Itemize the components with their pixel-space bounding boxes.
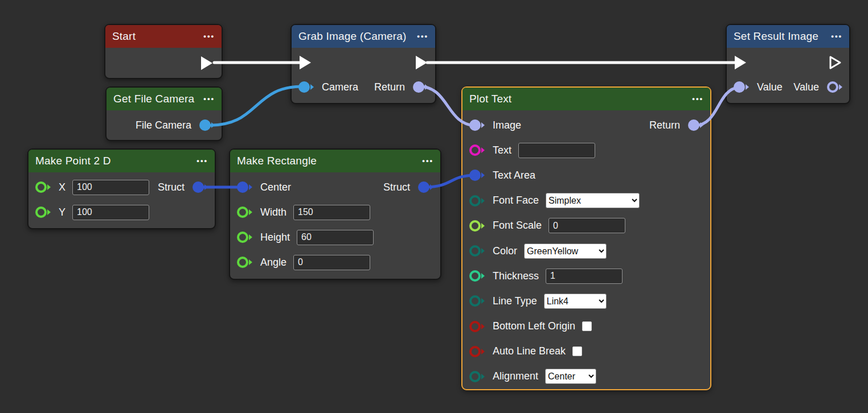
exec-out-port[interactable] <box>200 56 214 71</box>
port-dot <box>35 206 47 218</box>
color-input-port[interactable] <box>469 245 485 257</box>
port-tail <box>249 184 252 190</box>
auto-line-break-input-port[interactable] <box>469 346 485 357</box>
port-dot <box>413 81 424 93</box>
node-make-rectangle[interactable]: Make Rectangle ••• Center Struct <box>229 148 441 280</box>
width-value-field[interactable] <box>293 205 370 220</box>
alignment-select[interactable]: Center <box>545 369 596 384</box>
return-output-label: Return <box>374 81 405 93</box>
image-input-label: Image <box>493 119 521 131</box>
port-dot <box>469 346 481 357</box>
port-tail <box>481 198 485 204</box>
node-menu-icon[interactable]: ••• <box>417 34 428 39</box>
image-input-port[interactable] <box>469 119 485 131</box>
port-dot <box>469 321 481 332</box>
port-dot <box>469 144 481 156</box>
node-start-title: Start <box>112 30 136 43</box>
port-dot <box>298 81 310 93</box>
node-menu-icon[interactable]: ••• <box>692 96 703 102</box>
camera-input-label: Camera <box>322 81 358 93</box>
line-type-select[interactable]: Link4 <box>544 294 607 309</box>
node-set-result-image[interactable]: Set Result Image ••• <box>726 24 850 104</box>
value-input-port[interactable] <box>734 81 749 93</box>
x-value-field[interactable] <box>72 180 149 195</box>
font-face-input-label: Font Face <box>493 195 539 206</box>
exec-filled-icon <box>734 55 747 70</box>
return-output-port[interactable] <box>688 119 703 131</box>
text-area-input-port[interactable] <box>469 170 485 181</box>
bottom-left-origin-label: Bottom Left Origin <box>493 320 575 332</box>
camera-input-port[interactable] <box>298 81 314 93</box>
auto-line-break-checkbox[interactable] <box>572 346 582 356</box>
text-value-field[interactable] <box>518 143 595 158</box>
exec-out-port[interactable] <box>415 55 428 70</box>
port-tail <box>47 209 51 215</box>
font-scale-input-port[interactable] <box>469 220 485 232</box>
line-type-input-port[interactable] <box>469 295 485 307</box>
node-start[interactable]: Start ••• <box>104 24 223 79</box>
exec-out-port[interactable] <box>829 55 842 70</box>
file-camera-output-label: File Camera <box>136 119 191 131</box>
center-input-label: Center <box>260 181 291 193</box>
y-value-field[interactable] <box>72 205 149 220</box>
color-select[interactable]: GreenYellow <box>524 243 607 259</box>
return-output-port[interactable] <box>413 81 428 93</box>
node-menu-icon[interactable]: ••• <box>422 158 433 164</box>
font-face-select[interactable]: Simplex <box>546 193 640 208</box>
node-get-file-camera-header[interactable]: Get File Camera ••• <box>107 88 222 110</box>
exec-filled-icon <box>298 55 312 70</box>
node-make-rectangle-title: Make Rectangle <box>237 155 317 167</box>
thickness-value-field[interactable] <box>546 269 623 284</box>
height-input-label: Height <box>260 232 290 243</box>
width-input-port[interactable] <box>237 206 252 218</box>
node-graph-canvas[interactable]: Start ••• Get File Camera ••• File Camer… <box>0 0 868 413</box>
angle-value-field[interactable] <box>293 255 370 270</box>
node-menu-icon[interactable]: ••• <box>203 96 215 102</box>
port-tail <box>481 248 485 254</box>
center-input-port[interactable] <box>237 181 252 193</box>
file-camera-output-port[interactable] <box>199 119 215 131</box>
node-get-file-camera[interactable]: Get File Camera ••• File Camera <box>105 86 223 141</box>
node-make-point-2d-header[interactable]: Make Point 2 D ••• <box>28 150 215 172</box>
font-face-input-port[interactable] <box>469 195 485 206</box>
height-value-field[interactable] <box>297 230 374 245</box>
x-input-port[interactable] <box>35 181 51 193</box>
port-dot <box>237 206 248 218</box>
node-grab-image-header[interactable]: Grab Image (Camera) ••• <box>292 25 435 48</box>
y-input-port[interactable] <box>35 206 51 218</box>
exec-in-port[interactable] <box>298 55 312 70</box>
text-area-input-label: Text Area <box>493 170 535 181</box>
exec-in-port[interactable] <box>734 55 747 70</box>
struct-output-port[interactable] <box>418 181 433 193</box>
node-set-result-image-title: Set Result Image <box>734 30 818 43</box>
node-menu-icon[interactable]: ••• <box>831 34 842 39</box>
node-plot-text-header[interactable]: Plot Text ••• <box>462 88 710 110</box>
node-make-rectangle-header[interactable]: Make Rectangle ••• <box>230 150 440 172</box>
port-dot <box>199 119 211 131</box>
thickness-input-port[interactable] <box>469 270 485 282</box>
node-menu-icon[interactable]: ••• <box>203 34 215 39</box>
bottom-left-origin-input-port[interactable] <box>469 321 485 332</box>
height-input-port[interactable] <box>237 232 252 243</box>
bottom-left-origin-checkbox[interactable] <box>582 321 592 331</box>
node-start-header[interactable]: Start ••• <box>105 25 222 48</box>
return-output-label: Return <box>649 119 680 131</box>
node-grab-image[interactable]: Grab Image (Camera) ••• <box>290 24 436 104</box>
alignment-input-port[interactable] <box>469 371 485 382</box>
node-plot-text[interactable]: Plot Text ••• Image Return <box>461 86 711 390</box>
port-tail <box>249 234 252 240</box>
value-output-port[interactable] <box>827 81 842 93</box>
value-output-label: Value <box>793 81 819 93</box>
node-menu-icon[interactable]: ••• <box>196 158 208 164</box>
struct-output-port[interactable] <box>193 181 208 193</box>
auto-line-break-label: Auto Line Break <box>493 345 566 357</box>
port-tail <box>839 84 842 90</box>
node-set-result-image-header[interactable]: Set Result Image ••• <box>727 25 849 48</box>
port-tail <box>211 122 215 128</box>
port-dot <box>827 81 838 93</box>
text-input-port[interactable] <box>469 144 485 156</box>
angle-input-port[interactable] <box>237 257 252 268</box>
font-scale-value-field[interactable] <box>548 218 625 233</box>
node-make-point-2d[interactable]: Make Point 2 D ••• X Struct <box>27 148 216 229</box>
port-tail <box>481 122 485 128</box>
